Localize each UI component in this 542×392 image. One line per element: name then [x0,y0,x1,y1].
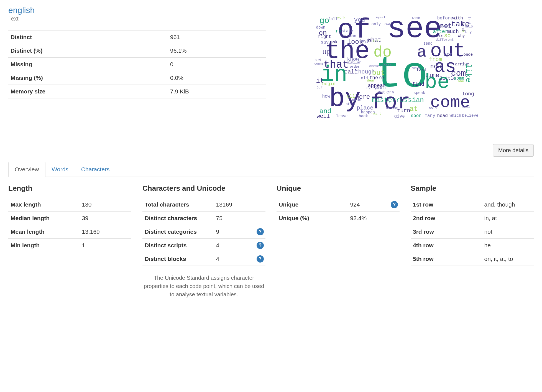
wordcloud-word: say [321,40,329,45]
stat-value: he [482,239,534,252]
table-row: Mean length13.169 [8,225,131,239]
more-details-button[interactable]: More details [493,144,534,157]
unique-panel: Unique Unique924?Unique (%)92.4% [277,184,400,299]
table-row: Missing (%)0.0% [8,71,266,85]
wordcloud-word: go [319,17,329,25]
tab-characters[interactable]: Characters [75,162,116,177]
table-row: 4th rowhe [411,239,534,252]
stat-value: 13.169 [80,225,131,239]
stat-label: 5th row [411,252,482,266]
table-row: Distinct characters75 [142,212,265,225]
stat-label: Memory size [8,85,168,98]
stat-label: Missing (%) [8,71,168,85]
help-icon[interactable]: ? [257,228,264,235]
stat-label: Distinct [8,30,168,44]
variable-type: Text [8,16,266,22]
wordcloud-word: so [444,33,451,39]
wordcloud-word: tell [462,105,470,109]
stat-label: Max length [8,198,80,212]
wordcloud-word: front [439,25,449,28]
wordcloud-word: soon [411,114,421,118]
tab-words[interactable]: Words [45,162,75,177]
stat-label: Distinct (%) [8,44,168,58]
wordcloud-word: once [464,53,473,57]
wordcloud-word: begin [322,82,336,86]
variable-name[interactable]: english [8,6,266,15]
wordcloud-word: wish [412,17,420,20]
table-row: Max length130 [8,198,131,212]
stat-value: 7.9 KiB [168,85,266,98]
unique-title: Unique [277,184,400,193]
wordcloud-word: very [412,67,420,70]
table-row: Memory size7.9 KiB [8,85,266,98]
wordcloud-word: at [410,105,418,113]
wordcloud-word: one [458,80,464,83]
help-icon[interactable]: ? [391,201,398,208]
stat-value: 0.0% [168,71,266,85]
table-row: Min length1 [8,239,131,252]
wordcloud-word: help [465,25,473,28]
wordcloud-word: right [318,35,331,39]
wordcloud-word: myself [376,16,387,19]
table-row: 1st rowand, though [411,198,534,212]
wordcloud-word: leave [336,114,348,118]
wordcloud-word: hold [429,107,437,110]
tab-overview[interactable]: Overview [8,162,45,177]
wordcloud-word: do [374,45,392,60]
wordcloud-word: happen [361,110,375,114]
length-panel: Length Max length130Median length39Mean … [8,184,131,299]
wordcloud-word: last [467,17,471,25]
wordcloud-word: send [423,42,433,45]
wordcloud-word: make [373,39,381,43]
stat-value: in, at [482,212,534,225]
summary-stats-table: Distinct961Distinct (%)96.1%Missing0Miss… [8,30,266,98]
stat-value: 39 [80,212,131,225]
wordcloud-word: he [461,29,465,32]
stat-label: 3rd row [411,225,482,239]
wordcloud-word: how [322,94,330,99]
help-icon[interactable]: ? [257,242,264,249]
wordcloud-word: work [338,16,346,19]
wordcloud-word: state [342,29,353,33]
wordcloud-word: little [440,76,456,81]
wordcloud-word: other [346,103,356,106]
wordcloud-word: become [386,107,398,110]
wordcloud-word: this [433,34,444,38]
wordcloud-word: set [315,58,322,62]
stat-value: 92.4% [348,212,400,225]
wordcloud-word: no [336,29,341,34]
help-icon[interactable]: ? [257,255,264,263]
table-row: 3rd rownot [411,225,534,239]
wordcloud-word: try [465,30,472,34]
sample-title: Sample [411,184,534,193]
stat-value: not [482,225,534,239]
wordcloud-word: similar [347,61,361,64]
wordcloud-word: find [412,82,424,87]
wordcloud-word: masterrussian [372,97,424,104]
wordcloud-word: arrive [455,62,469,66]
stat-value: 961 [168,30,266,44]
wordcloud-word: get [378,90,386,95]
wordcloud-word: turn [397,108,410,114]
wordcloud-word: now [430,64,441,70]
stat-value: on, it, at, to [482,252,534,266]
stat-label: Min length [8,239,80,252]
stat-label: Distinct categories [142,225,214,239]
wordcloud-word: believe [462,114,479,118]
table-row: Missing0 [8,58,266,71]
table-row: Total characters13169 [142,198,265,212]
table-row: Distinct blocks4? [142,252,265,266]
wordcloud-word: head [437,114,448,118]
wordcloud-word: our [317,86,323,89]
chars-title: Characters and Unicode [142,184,265,193]
table-row: Unique924? [277,198,400,212]
stat-value: 75 [214,212,265,225]
stat-value: and, though [482,198,534,212]
wordcloud-word: off [444,53,452,57]
wordcloud-word: own [385,22,392,26]
stat-label: 2nd row [411,212,482,225]
table-row: Distinct scripts4? [142,239,265,252]
wordcloud: toseeofthebyinforbeoutascomedoathatgoonu… [314,14,502,133]
stat-value: 1 [80,239,131,252]
wordcloud-word: if [386,102,391,106]
